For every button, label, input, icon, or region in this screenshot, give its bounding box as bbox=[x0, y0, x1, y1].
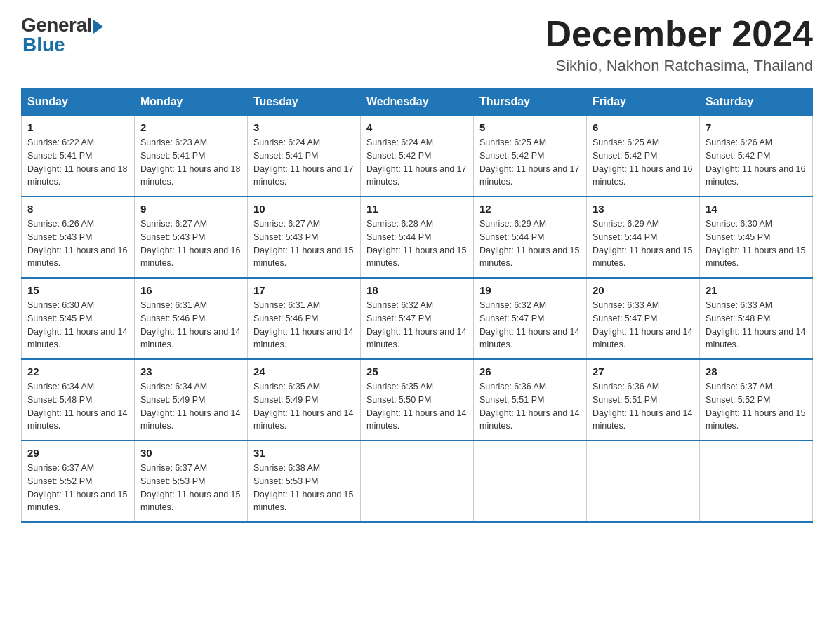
day-number: 10 bbox=[253, 203, 355, 215]
day-number: 25 bbox=[366, 365, 468, 377]
day-number: 21 bbox=[706, 284, 807, 296]
day-number: 13 bbox=[593, 203, 694, 215]
day-number: 22 bbox=[27, 365, 128, 377]
day-number: 23 bbox=[140, 365, 241, 377]
calendar-cell: 25 Sunrise: 6:35 AMSunset: 5:50 PMDaylig… bbox=[361, 359, 474, 441]
calendar-cell: 31 Sunrise: 6:38 AMSunset: 5:53 PMDaylig… bbox=[248, 441, 361, 522]
day-detail: Sunrise: 6:29 AMSunset: 5:44 PMDaylight:… bbox=[593, 219, 692, 268]
day-detail: Sunrise: 6:34 AMSunset: 5:48 PMDaylight:… bbox=[27, 382, 127, 431]
day-number: 14 bbox=[706, 203, 807, 215]
weekday-header-wednesday: Wednesday bbox=[361, 88, 474, 116]
day-detail: Sunrise: 6:24 AMSunset: 5:42 PMDaylight:… bbox=[366, 137, 466, 187]
day-detail: Sunrise: 6:30 AMSunset: 5:45 PMDaylight:… bbox=[706, 219, 805, 268]
day-number: 6 bbox=[593, 121, 694, 133]
day-detail: Sunrise: 6:25 AMSunset: 5:42 PMDaylight:… bbox=[593, 137, 692, 187]
weekday-header-sunday: Sunday bbox=[22, 88, 135, 116]
calendar-cell: 24 Sunrise: 6:35 AMSunset: 5:49 PMDaylig… bbox=[248, 359, 361, 441]
calendar-cell: 3 Sunrise: 6:24 AMSunset: 5:41 PMDayligh… bbox=[248, 116, 361, 197]
day-number: 5 bbox=[479, 121, 581, 133]
day-detail: Sunrise: 6:34 AMSunset: 5:49 PMDaylight:… bbox=[140, 382, 240, 431]
day-number: 31 bbox=[253, 447, 355, 459]
day-number: 1 bbox=[27, 121, 128, 133]
day-detail: Sunrise: 6:29 AMSunset: 5:44 PMDaylight:… bbox=[479, 219, 579, 268]
day-number: 27 bbox=[593, 365, 694, 377]
day-number: 11 bbox=[366, 203, 468, 215]
day-number: 15 bbox=[27, 284, 128, 296]
calendar-cell: 10 Sunrise: 6:27 AMSunset: 5:43 PMDaylig… bbox=[248, 196, 361, 278]
logo: General Blue bbox=[21, 14, 103, 56]
day-number: 18 bbox=[366, 284, 468, 296]
calendar-week-row: 15 Sunrise: 6:30 AMSunset: 5:45 PMDaylig… bbox=[22, 278, 813, 359]
calendar-week-row: 29 Sunrise: 6:37 AMSunset: 5:52 PMDaylig… bbox=[22, 441, 813, 522]
day-number: 17 bbox=[253, 284, 355, 296]
day-detail: Sunrise: 6:32 AMSunset: 5:47 PMDaylight:… bbox=[479, 300, 579, 349]
day-detail: Sunrise: 6:35 AMSunset: 5:50 PMDaylight:… bbox=[366, 382, 466, 431]
day-number: 4 bbox=[366, 121, 468, 133]
day-number: 12 bbox=[479, 203, 581, 215]
day-detail: Sunrise: 6:23 AMSunset: 5:41 PMDaylight:… bbox=[140, 137, 240, 187]
day-detail: Sunrise: 6:27 AMSunset: 5:43 PMDaylight:… bbox=[140, 219, 240, 268]
day-detail: Sunrise: 6:35 AMSunset: 5:49 PMDaylight:… bbox=[253, 382, 353, 431]
day-number: 30 bbox=[140, 447, 241, 459]
day-detail: Sunrise: 6:27 AMSunset: 5:43 PMDaylight:… bbox=[253, 219, 353, 268]
weekday-header-row: SundayMondayTuesdayWednesdayThursdayFrid… bbox=[22, 88, 813, 116]
calendar-cell: 5 Sunrise: 6:25 AMSunset: 5:42 PMDayligh… bbox=[474, 116, 587, 197]
day-detail: Sunrise: 6:26 AMSunset: 5:42 PMDaylight:… bbox=[706, 137, 805, 187]
day-number: 19 bbox=[479, 284, 581, 296]
day-detail: Sunrise: 6:28 AMSunset: 5:44 PMDaylight:… bbox=[366, 219, 466, 268]
calendar-cell: 22 Sunrise: 6:34 AMSunset: 5:48 PMDaylig… bbox=[22, 359, 135, 441]
calendar-cell: 14 Sunrise: 6:30 AMSunset: 5:45 PMDaylig… bbox=[700, 196, 813, 278]
day-detail: Sunrise: 6:31 AMSunset: 5:46 PMDaylight:… bbox=[140, 300, 240, 349]
title-section: December 2024 Sikhio, Nakhon Ratchasima,… bbox=[545, 14, 813, 75]
logo-arrow-icon bbox=[93, 20, 103, 34]
day-number: 28 bbox=[706, 365, 807, 377]
location-title: Sikhio, Nakhon Ratchasima, Thailand bbox=[545, 57, 813, 75]
calendar-header: SundayMondayTuesdayWednesdayThursdayFrid… bbox=[22, 88, 813, 116]
weekday-header-monday: Monday bbox=[135, 88, 248, 116]
day-detail: Sunrise: 6:38 AMSunset: 5:53 PMDaylight:… bbox=[253, 463, 353, 512]
calendar-week-row: 8 Sunrise: 6:26 AMSunset: 5:43 PMDayligh… bbox=[22, 196, 813, 278]
day-detail: Sunrise: 6:22 AMSunset: 5:41 PMDaylight:… bbox=[27, 137, 127, 187]
calendar-cell: 18 Sunrise: 6:32 AMSunset: 5:47 PMDaylig… bbox=[361, 278, 474, 359]
calendar-cell bbox=[474, 441, 587, 522]
day-number: 24 bbox=[253, 365, 355, 377]
day-detail: Sunrise: 6:31 AMSunset: 5:46 PMDaylight:… bbox=[253, 300, 353, 349]
calendar-cell: 15 Sunrise: 6:30 AMSunset: 5:45 PMDaylig… bbox=[22, 278, 135, 359]
calendar-cell: 16 Sunrise: 6:31 AMSunset: 5:46 PMDaylig… bbox=[135, 278, 248, 359]
calendar-cell: 4 Sunrise: 6:24 AMSunset: 5:42 PMDayligh… bbox=[361, 116, 474, 197]
calendar-cell bbox=[587, 441, 700, 522]
day-number: 8 bbox=[27, 203, 128, 215]
page-header: General Blue December 2024 Sikhio, Nakho… bbox=[21, 14, 813, 75]
day-number: 2 bbox=[140, 121, 241, 133]
day-detail: Sunrise: 6:36 AMSunset: 5:51 PMDaylight:… bbox=[479, 382, 579, 431]
day-detail: Sunrise: 6:37 AMSunset: 5:53 PMDaylight:… bbox=[140, 463, 240, 512]
day-detail: Sunrise: 6:33 AMSunset: 5:47 PMDaylight:… bbox=[593, 300, 692, 349]
day-detail: Sunrise: 6:36 AMSunset: 5:51 PMDaylight:… bbox=[593, 382, 692, 431]
day-detail: Sunrise: 6:33 AMSunset: 5:48 PMDaylight:… bbox=[706, 300, 805, 349]
day-detail: Sunrise: 6:37 AMSunset: 5:52 PMDaylight:… bbox=[27, 463, 127, 512]
calendar-cell: 29 Sunrise: 6:37 AMSunset: 5:52 PMDaylig… bbox=[22, 441, 135, 522]
day-number: 3 bbox=[253, 121, 355, 133]
calendar-cell: 28 Sunrise: 6:37 AMSunset: 5:52 PMDaylig… bbox=[700, 359, 813, 441]
day-number: 9 bbox=[140, 203, 241, 215]
calendar-cell: 23 Sunrise: 6:34 AMSunset: 5:49 PMDaylig… bbox=[135, 359, 248, 441]
weekday-header-saturday: Saturday bbox=[700, 88, 813, 116]
day-number: 20 bbox=[593, 284, 694, 296]
day-number: 16 bbox=[140, 284, 241, 296]
day-detail: Sunrise: 6:26 AMSunset: 5:43 PMDaylight:… bbox=[27, 219, 127, 268]
calendar-cell: 20 Sunrise: 6:33 AMSunset: 5:47 PMDaylig… bbox=[587, 278, 700, 359]
calendar-week-row: 22 Sunrise: 6:34 AMSunset: 5:48 PMDaylig… bbox=[22, 359, 813, 441]
calendar-cell bbox=[700, 441, 813, 522]
day-detail: Sunrise: 6:25 AMSunset: 5:42 PMDaylight:… bbox=[479, 137, 579, 187]
calendar-cell: 19 Sunrise: 6:32 AMSunset: 5:47 PMDaylig… bbox=[474, 278, 587, 359]
calendar-body: 1 Sunrise: 6:22 AMSunset: 5:41 PMDayligh… bbox=[22, 116, 813, 523]
calendar-cell: 1 Sunrise: 6:22 AMSunset: 5:41 PMDayligh… bbox=[22, 116, 135, 197]
calendar-cell: 21 Sunrise: 6:33 AMSunset: 5:48 PMDaylig… bbox=[700, 278, 813, 359]
weekday-header-thursday: Thursday bbox=[474, 88, 587, 116]
calendar-cell: 7 Sunrise: 6:26 AMSunset: 5:42 PMDayligh… bbox=[700, 116, 813, 197]
weekday-header-tuesday: Tuesday bbox=[248, 88, 361, 116]
weekday-header-friday: Friday bbox=[587, 88, 700, 116]
day-number: 29 bbox=[27, 447, 128, 459]
calendar-cell: 27 Sunrise: 6:36 AMSunset: 5:51 PMDaylig… bbox=[587, 359, 700, 441]
calendar-cell: 2 Sunrise: 6:23 AMSunset: 5:41 PMDayligh… bbox=[135, 116, 248, 197]
